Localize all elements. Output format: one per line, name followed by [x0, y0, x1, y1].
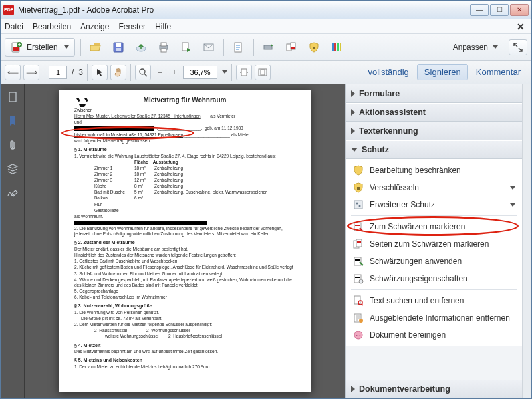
- list-item: 4. Wände und Decken gespachtelt, mit Rau…: [74, 277, 295, 288]
- secure-button[interactable]: [305, 38, 323, 57]
- zoom-out-button[interactable]: −: [154, 65, 166, 80]
- room-row: Flur: [94, 202, 295, 207]
- email-button[interactable]: [200, 38, 218, 57]
- svg-rect-35: [357, 241, 361, 243]
- folder-open-icon: [90, 41, 102, 53]
- svg-point-44: [359, 319, 363, 323]
- color-button[interactable]: [327, 38, 346, 57]
- pdf-page: Mietvertrag für Wohnraum Zwischen Herrn …: [59, 90, 311, 392]
- chevron-down-icon[interactable]: [222, 70, 227, 74]
- panel-scrollbar[interactable]: [522, 84, 531, 398]
- tool-remove-hidden-info[interactable]: Ausgeblendete Informationen entfernen: [346, 309, 522, 327]
- paperclip-icon: [8, 139, 17, 151]
- svg-rect-25: [261, 70, 265, 75]
- create-pdf-icon: [11, 41, 23, 53]
- zoom-input[interactable]: [183, 66, 217, 79]
- panel-aktion[interactable]: Aktionsassistent: [346, 103, 522, 122]
- menu-file[interactable]: Datei: [5, 22, 23, 31]
- customize-button[interactable]: Anpassen: [449, 43, 502, 52]
- svg-rect-27: [357, 187, 360, 190]
- tools-comment-button[interactable]: Kommentar: [469, 65, 527, 80]
- open-button[interactable]: [86, 38, 105, 57]
- close-document-button[interactable]: ✕: [514, 21, 527, 32]
- menu-window[interactable]: Fenster: [118, 22, 146, 31]
- panel-schutz[interactable]: Schutz: [346, 140, 522, 159]
- print-button[interactable]: [154, 38, 173, 57]
- chevron-down-icon: [510, 203, 515, 207]
- fullscreen-button[interactable]: [509, 39, 527, 55]
- svg-rect-19: [334, 43, 336, 51]
- app-icon: PDF: [3, 5, 14, 15]
- combine-button[interactable]: [282, 38, 301, 57]
- zoom-in-button[interactable]: +: [168, 65, 180, 80]
- document-area[interactable]: Mietvertrag für Wohnraum Zwischen Herrn …: [25, 84, 345, 398]
- tool-sanitize-document[interactable]: Dokument bereinigen: [346, 327, 522, 344]
- select-tool-button[interactable]: [92, 65, 108, 80]
- schutz-body: Bearbeitung beschränken Verschlüsseln Er…: [346, 159, 522, 346]
- pages-thumbs-button[interactable]: [5, 90, 20, 104]
- prev-view-button[interactable]: ⟸: [5, 65, 21, 80]
- tool-advanced-protection[interactable]: Erweiterter Schutz: [346, 196, 522, 213]
- ocr-page-icon: [233, 41, 245, 53]
- svg-rect-18: [332, 43, 334, 51]
- fit-width-button[interactable]: [236, 65, 252, 80]
- room-row: Zimmer 118 m²Zentralheizung: [94, 166, 295, 171]
- tool-redaction-properties[interactable]: Schwärzungseigenschaften: [346, 270, 522, 287]
- minimize-button[interactable]: —: [470, 4, 489, 16]
- create-button[interactable]: Erstellen: [5, 38, 75, 57]
- shield-lock-icon: [352, 182, 364, 194]
- panel-formulare[interactable]: Formulare: [346, 84, 522, 103]
- expand-icon: [513, 43, 523, 52]
- tool-search-remove-text[interactable]: Text suchen und entfernen: [346, 292, 522, 309]
- hand-tool-button[interactable]: [110, 65, 126, 80]
- svg-point-22: [140, 69, 145, 74]
- svg-rect-32: [355, 225, 360, 226]
- tools-sign-button[interactable]: Signieren: [417, 64, 468, 80]
- close-window-button[interactable]: ✕: [510, 4, 529, 16]
- menu-edit[interactable]: Bearbeiten: [33, 22, 71, 31]
- redacted-region: [74, 126, 154, 131]
- layers-button[interactable]: [5, 162, 20, 176]
- menu-view[interactable]: Anzeige: [80, 22, 109, 31]
- save-button[interactable]: [109, 38, 128, 57]
- page-input[interactable]: [49, 66, 67, 79]
- bookmarks-button[interactable]: [5, 114, 20, 128]
- maximize-button[interactable]: ☐: [490, 4, 509, 16]
- tool-restrict-editing[interactable]: Bearbeitung beschränken: [346, 162, 522, 179]
- svg-rect-21: [340, 43, 341, 51]
- svg-rect-9: [161, 49, 166, 52]
- svg-point-45: [354, 331, 362, 339]
- recycle-logo-icon: [74, 95, 90, 110]
- tool-encrypt[interactable]: Verschlüsseln: [346, 179, 522, 196]
- scan-button[interactable]: [229, 38, 248, 57]
- convert-button[interactable]: [259, 38, 278, 57]
- panel-ocr[interactable]: Texterkennung: [346, 122, 522, 140]
- menu-help[interactable]: Hilfe: [155, 22, 171, 31]
- fit-page-button[interactable]: [255, 65, 271, 80]
- svg-rect-31: [354, 223, 361, 231]
- svg-rect-28: [354, 201, 362, 209]
- svg-rect-39: [355, 277, 360, 278]
- fit-width-icon: [239, 68, 249, 76]
- share-button[interactable]: [177, 38, 196, 57]
- printer-icon: [158, 41, 170, 53]
- next-view-button[interactable]: ⟹: [23, 65, 39, 80]
- chevron-down-icon: [64, 45, 69, 49]
- combine-pdf-icon: [285, 41, 297, 53]
- tool-mark-pages-redaction[interactable]: Seiten zum Schwärzen markieren: [346, 235, 522, 253]
- titlebar: PDF Mietvertrag_1.pdf - Adobe Acrobat Pr…: [1, 1, 531, 19]
- room-row: Gästetoilette: [94, 208, 295, 213]
- attachments-button[interactable]: [5, 138, 20, 152]
- signatures-button[interactable]: [5, 186, 20, 200]
- tool-apply-redactions[interactable]: Schwärzungen anwenden: [346, 253, 522, 270]
- svg-rect-20: [337, 43, 339, 51]
- panel-docproc[interactable]: Dokumentverarbeitung: [346, 380, 522, 398]
- svg-rect-41: [354, 296, 360, 304]
- list-item: 5. Gegensprechanlage: [74, 289, 295, 294]
- svg-rect-1: [13, 47, 19, 51]
- zoom-marquee-button[interactable]: [135, 65, 151, 80]
- tool-mark-for-redaction[interactable]: Zum Schwärzen markieren: [346, 218, 522, 235]
- tools-full-button[interactable]: vollständig: [361, 65, 415, 80]
- redact-apply-icon: [352, 255, 364, 267]
- cloud-button[interactable]: [132, 38, 150, 57]
